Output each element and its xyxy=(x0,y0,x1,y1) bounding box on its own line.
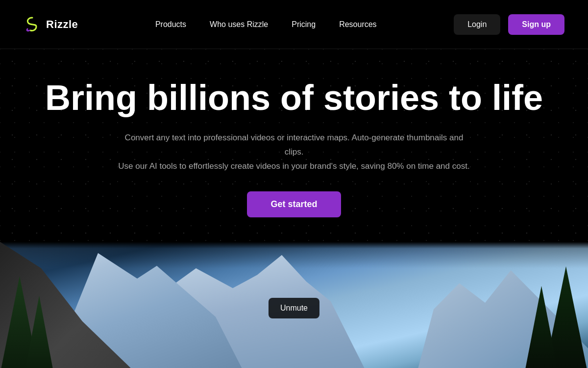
hero-subtitle-line2: Use our AI tools to effortlessly create … xyxy=(118,161,469,171)
nav-links: Products Who uses Rizzle Pricing Resourc… xyxy=(155,20,377,29)
logo-text: Rizzle xyxy=(46,18,78,31)
get-started-button[interactable]: Get started xyxy=(247,191,341,217)
signup-button[interactable]: Sign up xyxy=(508,14,564,35)
logo[interactable]: Rizzle xyxy=(24,16,78,33)
unmute-button[interactable]: Unmute xyxy=(269,298,319,318)
nav-link-who-uses-rizzle[interactable]: Who uses Rizzle xyxy=(210,20,268,29)
navbar: Rizzle Products Who uses Rizzle Pricing … xyxy=(0,0,588,49)
rizzle-logo-icon xyxy=(24,16,41,33)
nav-actions: Login Sign up xyxy=(454,14,564,35)
login-button[interactable]: Login xyxy=(454,14,500,35)
hero-subtitle-line1: Convert any text into professional video… xyxy=(125,133,464,157)
nav-link-products[interactable]: Products xyxy=(155,20,186,29)
hero-section: Bring billions of stories to life Conver… xyxy=(0,49,588,242)
hero-subtitle: Convert any text into professional video… xyxy=(118,131,470,174)
nav-link-pricing[interactable]: Pricing xyxy=(292,20,316,29)
nav-link-resources[interactable]: Resources xyxy=(339,20,376,29)
hero-title: Bring billions of stories to life xyxy=(24,79,564,117)
video-section: Unmute xyxy=(0,242,588,368)
